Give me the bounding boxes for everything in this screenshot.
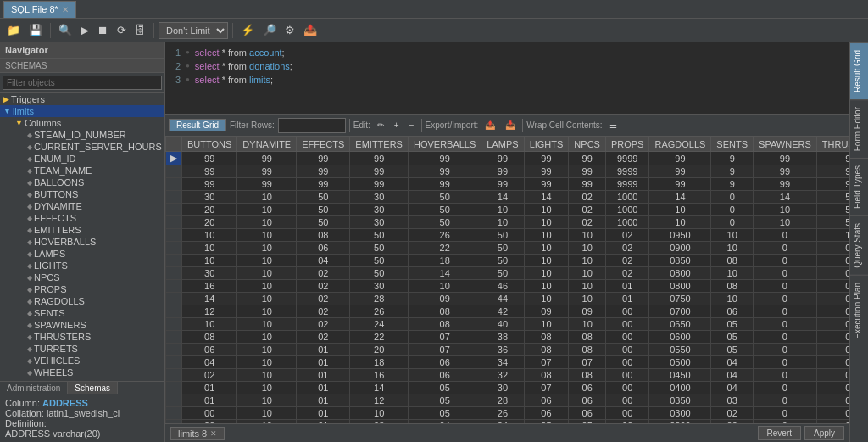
sql-editor[interactable]: 1●select * from account;2●select * from …: [165, 42, 849, 115]
column-header-ragdolls[interactable]: RAGDOLLS: [649, 137, 711, 152]
column-header-dynamite[interactable]: DYNAMITE: [237, 137, 297, 152]
table-cell: 02: [816, 344, 849, 356]
column-header-npcs[interactable]: NPCS: [569, 137, 606, 152]
table-row[interactable]: 06100120073608080005500500236101636012-2…: [166, 344, 850, 356]
table-row[interactable]: 101004501850101002085008008502030500: [166, 255, 850, 267]
schemas-tab[interactable]: Schemas: [68, 382, 118, 394]
tree-item-team_name[interactable]: ◆TEAM_NAME: [0, 165, 164, 176]
table-row[interactable]: 999999999999999999999999999999999911-02-…: [166, 165, 850, 178]
column-header-props[interactable]: PROPS: [605, 137, 649, 152]
table-row[interactable]: 10100224084010100006500500340101840012-2…: [166, 318, 850, 331]
run-btn[interactable]: ▶: [77, 22, 92, 38]
table-row[interactable]: 201050305010100210001001050202050011-26-…: [166, 216, 850, 229]
limit-select[interactable]: Don't Limit: [159, 22, 228, 39]
limits-tab-close[interactable]: ✕: [210, 429, 217, 438]
table-row[interactable]: 00100110052606060003000200124041024012-2…: [166, 407, 850, 420]
column-header-buttons[interactable]: BUTTONS: [182, 137, 237, 152]
tree-item-wheels[interactable]: ◆WHEELS: [0, 366, 164, 378]
table-row[interactable]: 16100230104610100108000800646201446012-2…: [166, 280, 850, 293]
column-header-lights[interactable]: LIGHTS: [524, 137, 569, 152]
open-btn[interactable]: 📁: [3, 22, 24, 38]
tree-item-hoverballs[interactable]: ◆HOVERBALLS: [0, 236, 164, 248]
tree-item-npcs[interactable]: ◆NPCS: [0, 271, 164, 283]
tree-item-buttons[interactable]: ◆BUTTONS: [0, 188, 164, 200]
column-header-emitters[interactable]: EMITTERS: [350, 137, 409, 152]
tree-item-spawners[interactable]: ◆SPAWNERS: [0, 319, 164, 331]
tree-item-turrets[interactable]: ◆TURRETS: [0, 343, 164, 355]
table-cell: 02: [297, 280, 350, 293]
table-row[interactable]: 14100228094410100107501000544121444012-2…: [166, 293, 850, 305]
table-row[interactable]: 04100118063407070005000400234081234012-2…: [166, 356, 850, 369]
table-row[interactable]: 01100114053007060004000400130061030012-2…: [166, 382, 850, 394]
tab-close-icon[interactable]: ✕: [62, 5, 69, 14]
table-row[interactable]: 101006502250101002090010009502030500: [166, 242, 850, 255]
tree-item-enum_id[interactable]: ◆ENUM_ID: [0, 153, 164, 165]
column-header-hoverballs[interactable]: HOVERBALLS: [408, 137, 481, 152]
right-form-editor-btn[interactable]: Form Editor: [850, 99, 868, 158]
administration-tab[interactable]: Administration: [0, 382, 68, 394]
column-header-thrusters[interactable]: THRUSTERS: [816, 137, 849, 152]
right-field-types-btn[interactable]: Field Types: [850, 158, 868, 215]
right-execution-plan-btn[interactable]: Execution Plan: [850, 275, 868, 346]
table-row[interactable]: 201050305010100210001001050202050011-26-…: [166, 204, 850, 216]
search-input[interactable]: [3, 76, 162, 90]
table-row[interactable]: 101008502650101002095010010501050011-26-…: [166, 229, 850, 242]
del-row-btn[interactable]: −: [406, 120, 418, 131]
explain-btn[interactable]: 🔎: [259, 22, 280, 38]
tree-item-columns[interactable]: ▼Columns: [0, 117, 164, 129]
format-btn[interactable]: ⚡: [237, 22, 258, 38]
column-header-sents[interactable]: SENTS: [711, 137, 754, 152]
stop-btn[interactable]: ⏹: [94, 22, 112, 38]
bottom-status: limits 8 ✕ Revert Apply: [165, 423, 849, 442]
table-row[interactable]: 999999999999999999999999999999999911-03-…: [166, 178, 850, 191]
nav-search-container: [0, 73, 164, 93]
right-result-grid-btn[interactable]: Result Grid: [850, 42, 868, 99]
schemas-label: SCHEMAS: [0, 59, 164, 73]
tree-item-limits[interactable]: ▼limits: [0, 105, 164, 117]
export-btn-result[interactable]: 📤: [481, 120, 498, 131]
refresh-btn[interactable]: ⟳: [114, 22, 130, 38]
wrap-btn[interactable]: ⚌: [606, 120, 620, 131]
table-row[interactable]: 08100222073808080006000500238101638012-2…: [166, 331, 850, 344]
tree-item-triggers[interactable]: ▶Triggers: [0, 93, 164, 105]
data-table-container[interactable]: BUTTONSDYNAMITEEFFECTSEMITTERSHOVERBALLS…: [165, 137, 849, 423]
tree-item-sents[interactable]: ◆SENTS: [0, 307, 164, 319]
tree-item-steam_id_number[interactable]: ◆STEAM_ID_NUMBER: [0, 129, 164, 141]
table-row[interactable]: 301050305014140210001401450209950011-26-…: [166, 191, 850, 204]
tree-item-props[interactable]: ◆PROPS: [0, 283, 164, 295]
table-row[interactable]: 12100226084209090007000600442101442012-2…: [166, 305, 850, 318]
tree-item-emitters[interactable]: ◆EMITTERS: [0, 224, 164, 236]
apply-button[interactable]: Apply: [804, 426, 844, 440]
search-btn[interactable]: 🔍: [55, 22, 75, 38]
tree-item-lights[interactable]: ◆LIGHTS: [0, 260, 164, 271]
db-btn[interactable]: 🗄: [131, 22, 149, 38]
tree-item-vehicles[interactable]: ◆VEHICLES: [0, 355, 164, 366]
table-row[interactable]: ▶999999999999999999999999999999999911-01…: [166, 152, 850, 165]
add-row-btn[interactable]: +: [391, 120, 403, 131]
right-query-stats-btn[interactable]: Query Stats: [850, 215, 868, 275]
column-header-lamps[interactable]: LAMPS: [481, 137, 524, 152]
column-header-spawners[interactable]: SPAWNERS: [754, 137, 817, 152]
tree-item-dynamite[interactable]: ◆DYNAMITE: [0, 200, 164, 212]
table-row[interactable]: 02100116063208080004500400232081032012-2…: [166, 369, 850, 382]
export-btn[interactable]: 📤: [300, 22, 320, 38]
settings-btn[interactable]: ⚙: [281, 22, 298, 38]
import-btn-result[interactable]: 📥: [502, 120, 519, 131]
revert-button[interactable]: Revert: [758, 426, 801, 440]
tree-item-effects[interactable]: ◆EFFECTS: [0, 212, 164, 224]
filter-rows-input[interactable]: [278, 118, 346, 133]
save-btn[interactable]: 💾: [25, 22, 46, 38]
sql-file-tab[interactable]: SQL File 8* ✕: [3, 1, 76, 18]
tree-item-thrusters[interactable]: ◆THRUSTERS: [0, 331, 164, 343]
tree-item-balloons[interactable]: ◆BALLOONS: [0, 176, 164, 188]
column-header-effects[interactable]: EFFECTS: [297, 137, 350, 152]
table-row[interactable]: 01100112052806060003500300128061028012-2…: [166, 394, 850, 407]
tree-item-ragdolls[interactable]: ◆RAGDOLLS: [0, 295, 164, 307]
edit-btn[interactable]: ✏: [374, 120, 387, 131]
limits-tab[interactable]: limits 8 ✕: [170, 427, 225, 440]
tree-item-label: SENTS: [34, 308, 65, 318]
result-grid-tab-btn[interactable]: Result Grid: [169, 119, 226, 131]
table-row[interactable]: 301002501450101002080010007502030500: [166, 267, 850, 280]
tree-item-lamps[interactable]: ◆LAMPS: [0, 248, 164, 260]
tree-item-current_server_hours[interactable]: ◆CURRENT_SERVER_HOURS: [0, 141, 164, 153]
